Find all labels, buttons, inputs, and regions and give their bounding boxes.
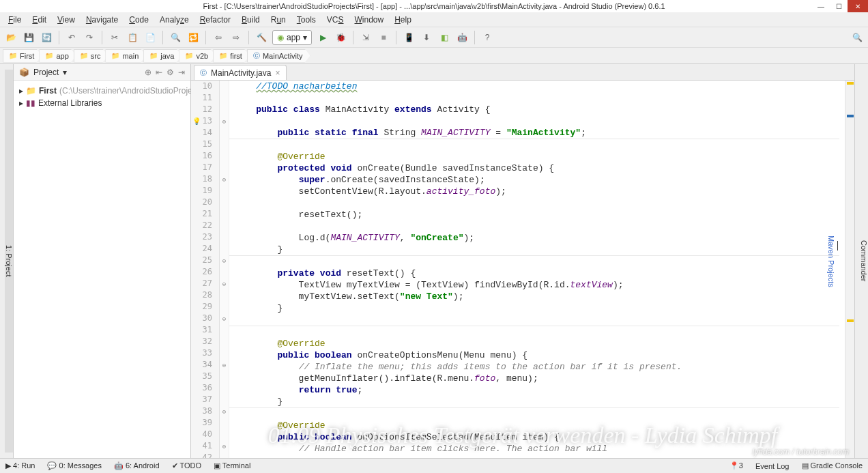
text-caret [837, 241, 838, 250]
status-eventlog[interactable]: Event Log [755, 462, 790, 470]
help-icon[interactable]: ? [480, 31, 494, 44]
expand-icon[interactable]: ▸ [19, 98, 23, 108]
run-config-label: app [287, 33, 300, 42]
undo-icon[interactable]: ↶ [65, 31, 78, 44]
menu-edit[interactable]: Edit [28, 14, 50, 26]
menu-view[interactable]: View [53, 14, 79, 26]
marker-warning[interactable] [847, 82, 854, 85]
menu-run[interactable]: Run [267, 14, 290, 26]
status-pos: 📍3 [729, 461, 743, 470]
code-editor[interactable]: 1011121314151617181920212223242526272829… [191, 81, 854, 458]
marker-warning[interactable] [847, 319, 854, 322]
collapse-icon[interactable]: ⇤ [156, 68, 162, 77]
minimize-button[interactable]: — [812, 0, 830, 12]
back-icon[interactable]: ⇦ [212, 31, 225, 44]
menu-build[interactable]: Build [237, 14, 264, 26]
panel-tools: ⊕ ⇤ ⚙ ⇥ [145, 68, 185, 77]
monitor-icon[interactable]: 🤖 [455, 31, 469, 44]
close-tab-icon[interactable]: × [275, 68, 280, 78]
chevron-down-icon[interactable]: ▾ [63, 68, 67, 77]
crumb-first-pkg[interactable]: 📁first [213, 49, 250, 63]
run-icon[interactable]: ▶ [316, 31, 330, 44]
editor-tabs: Ⓒ MainActivity.java × [191, 64, 854, 81]
sync-icon[interactable]: 🔄 [40, 31, 53, 44]
tree-label: First [39, 86, 57, 96]
separator [59, 31, 59, 44]
open-icon[interactable]: 📂 [4, 31, 18, 44]
folder-icon: 📁 [219, 52, 227, 59]
status-messages[interactable]: 💬 0: Messages [47, 461, 101, 470]
debug-icon[interactable]: 🐞 [334, 31, 347, 44]
menu-vcs[interactable]: VCS [323, 14, 348, 26]
status-terminal[interactable]: ▣ Terminal [214, 461, 250, 470]
status-android[interactable]: 🤖 6: Android [114, 461, 160, 470]
scroll-target-icon[interactable]: ⊕ [145, 68, 151, 77]
gear-icon[interactable]: ⚙ [167, 68, 174, 77]
search-icon[interactable]: 🔍 [850, 31, 864, 44]
crumb-v2b[interactable]: 📁v2b [179, 49, 216, 63]
stop-icon[interactable]: ■ [377, 31, 390, 44]
menu-code[interactable]: Code [125, 14, 153, 26]
separator [162, 31, 163, 44]
tree-item-first[interactable]: ▸ 📁 First (C:\Users\trainer\AndroidStudi… [19, 85, 185, 97]
code-content[interactable]: //TODO nacharbeiten public class MainAct… [229, 81, 845, 458]
expand-icon[interactable]: ▸ [19, 86, 23, 96]
tab-mainactivity[interactable]: Ⓒ MainActivity.java × [194, 65, 287, 80]
redo-icon[interactable]: ↷ [83, 31, 96, 44]
menu-window[interactable]: Window [350, 14, 388, 26]
avd-icon[interactable]: 📱 [402, 31, 416, 44]
maximize-button[interactable]: ☐ [830, 0, 848, 12]
right-tool-strip: Commander Gradle Maven Projects [854, 64, 868, 458]
crumb-app[interactable]: 📁app [39, 49, 76, 63]
crumb-class[interactable]: ⒸMainActivity [247, 49, 310, 63]
status-gradle-console[interactable]: ▤ Gradle Console [802, 461, 863, 470]
close-button[interactable]: ✕ [848, 0, 868, 12]
menu-navigate[interactable]: Navigate [82, 14, 122, 26]
project-icon: 📦 [19, 68, 29, 77]
copy-icon[interactable]: 📋 [126, 31, 139, 44]
left-tool-strip: 1: Project 7: Structure Build Variants 2… [0, 64, 14, 458]
folder-icon: 📁 [185, 52, 193, 59]
crumb-main[interactable]: 📁main [105, 49, 146, 63]
run-config-selector[interactable]: ◉ app ▾ [272, 30, 312, 45]
strip-commander[interactable]: Commander [860, 70, 868, 453]
replace-icon[interactable]: 🔁 [186, 31, 200, 44]
menu-file[interactable]: File [4, 14, 25, 26]
cut-icon[interactable]: ✂ [108, 31, 121, 44]
separator [353, 31, 353, 44]
save-icon[interactable]: 💾 [22, 31, 35, 44]
separator [205, 31, 206, 44]
menu-refactor[interactable]: Refactor [196, 14, 235, 26]
panel-title: Project [33, 68, 59, 77]
fold-column: ⊖⊖⊖⊖⊖⊖⊖⊖ [220, 81, 229, 458]
crumb-first[interactable]: 📁First [3, 49, 42, 63]
folder-icon: 📁 [111, 52, 119, 59]
main-toolbar: 📂 💾 🔄 ↶ ↷ ✂ 📋 📄 🔍 🔁 ⇦ ⇨ 🔨 ◉ app ▾ ▶ 🐞 ⇲ … [0, 27, 868, 48]
forward-icon[interactable]: ⇨ [229, 31, 243, 44]
crumb-java[interactable]: 📁java [143, 49, 182, 63]
ddms-icon[interactable]: ◧ [437, 31, 451, 44]
attach-icon[interactable]: ⇲ [359, 31, 373, 44]
menu-tools[interactable]: Tools [293, 14, 320, 26]
build-icon[interactable]: 🔨 [255, 31, 268, 44]
menu-help[interactable]: Help [390, 14, 416, 26]
title-bar: First - [C:\Users\trainer\AndroidStudioP… [0, 0, 868, 12]
menu-analyze[interactable]: Analyze [156, 14, 193, 26]
project-tree[interactable]: ▸ 📁 First (C:\Users\trainer\AndroidStudi… [14, 81, 190, 113]
strip-project[interactable]: 1: Project [5, 70, 13, 453]
marker-info[interactable] [847, 115, 854, 117]
find-icon[interactable]: 🔍 [169, 31, 182, 44]
brand-watermark: lynda.com / tutorbrain.com [753, 447, 849, 457]
status-todo[interactable]: ✔ TODO [172, 461, 201, 470]
window-title: First - [C:\Users\trainer\AndroidStudioP… [203, 2, 665, 10]
separator [396, 31, 396, 44]
sdk-icon[interactable]: ⬇ [420, 31, 433, 44]
status-run[interactable]: ▶ 4: Run [5, 461, 35, 470]
paste-icon[interactable]: 📄 [143, 31, 157, 44]
marker-strip[interactable] [845, 81, 854, 458]
editor-area: Ⓒ MainActivity.java × 101112131415161718… [191, 64, 854, 458]
hide-icon[interactable]: ⇥ [178, 68, 185, 77]
tree-item-external-libs[interactable]: ▸ ▮▮ External Libraries [19, 97, 185, 109]
tab-label: MainActivity.java [211, 68, 271, 78]
crumb-src[interactable]: 📁src [74, 49, 108, 63]
